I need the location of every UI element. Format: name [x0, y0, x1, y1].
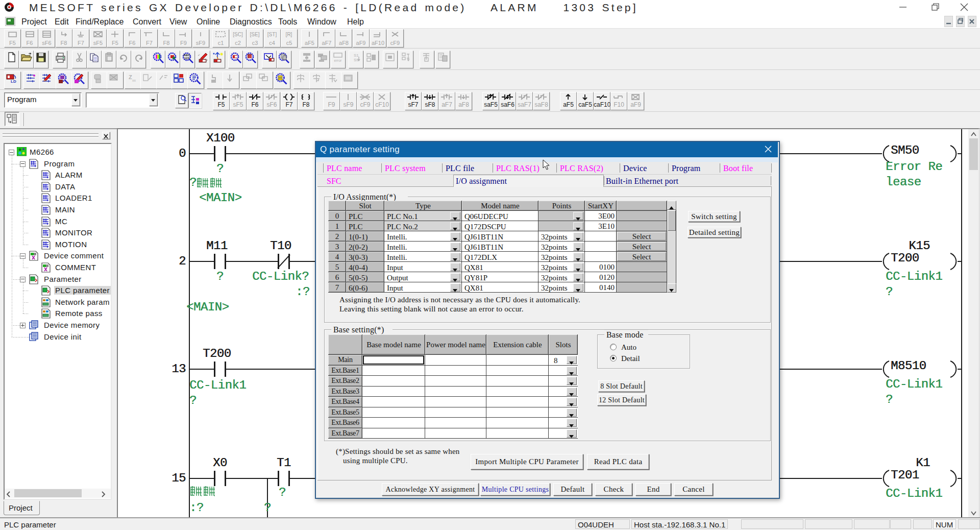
- svg-text:error: error: [334, 59, 342, 62]
- svg-text:S1: S1: [354, 53, 359, 58]
- svg-text:Z: Z: [129, 74, 132, 80]
- svg-text:[SC]: [SC]: [233, 32, 243, 37]
- svg-text:123: 123: [184, 57, 190, 60]
- svg-text:[R]: [R]: [286, 32, 292, 37]
- svg-text:[ST]: [ST]: [267, 32, 277, 37]
- svg-text:LD: LD: [11, 79, 16, 84]
- svg-text:xx: xx: [132, 79, 136, 82]
- svg-text:[SE]: [SE]: [250, 32, 260, 37]
